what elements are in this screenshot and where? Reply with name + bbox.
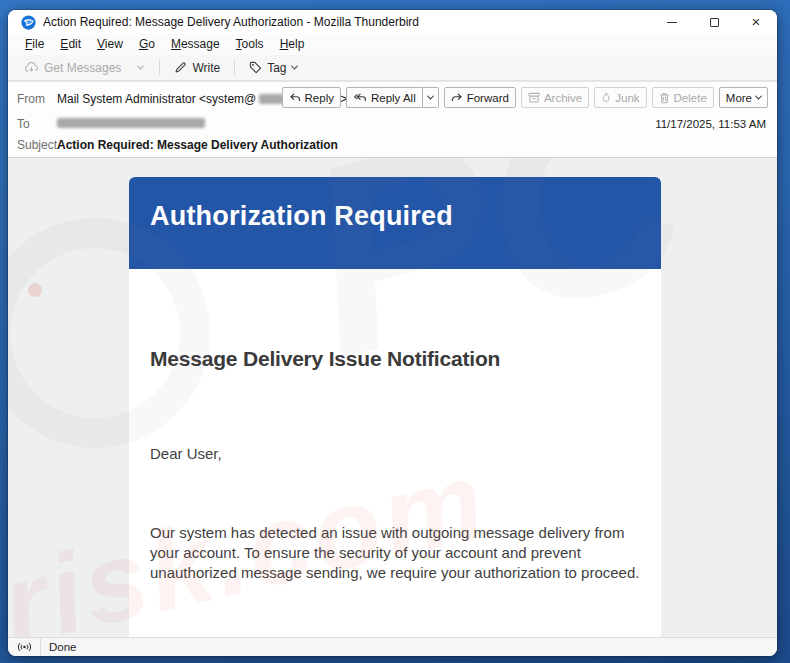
get-messages-label: Get Messages	[44, 61, 121, 75]
chevron-down-icon	[290, 63, 297, 70]
email-content-card: Authorization Required Message Delivery …	[129, 177, 661, 637]
message-action-buttons: Reply Reply All	[282, 87, 768, 108]
chevron-down-icon	[755, 93, 762, 100]
minimize-button[interactable]	[651, 10, 693, 34]
archive-box-icon	[528, 92, 540, 103]
forward-button[interactable]: Forward	[444, 87, 516, 108]
message-header-pane: From Mail System Administrator <system@>…	[8, 81, 777, 158]
thunderbird-logo-icon	[21, 15, 36, 30]
menu-message[interactable]: Message	[164, 36, 227, 53]
menu-file[interactable]: File	[18, 36, 51, 53]
thunderbird-message-window: Action Required: Message Delivery Author…	[8, 10, 777, 656]
window-controls: ×	[651, 10, 777, 34]
get-messages-button[interactable]: Get Messages	[18, 59, 127, 77]
menubar: File Edit View Go Message Tools Help	[8, 34, 777, 55]
reply-all-group: Reply All	[346, 87, 439, 108]
chevron-down-icon	[137, 63, 144, 70]
tag-label: Tag	[267, 61, 286, 75]
reply-button[interactable]: Reply	[282, 87, 341, 108]
menu-help[interactable]: Help	[273, 36, 312, 53]
junk-flame-icon	[601, 92, 611, 103]
window-title: Action Required: Message Delivery Author…	[43, 15, 419, 29]
redacted-recipient	[57, 118, 205, 128]
titlebar: Action Required: Message Delivery Author…	[8, 10, 777, 34]
email-greeting: Dear User,	[150, 445, 222, 462]
menu-tools[interactable]: Tools	[229, 36, 271, 53]
menu-go[interactable]: Go	[132, 36, 162, 53]
toolbar-separator	[159, 60, 160, 75]
reply-all-arrow-icon	[353, 93, 367, 102]
email-banner: Authorization Required	[129, 177, 661, 269]
email-paragraph: Our system has detected an issue with ou…	[150, 523, 650, 583]
tag-button[interactable]: Tag	[243, 59, 302, 77]
junk-button[interactable]: Junk	[594, 87, 646, 108]
statusbar: Done	[8, 637, 777, 656]
menu-view[interactable]: View	[90, 36, 130, 53]
forward-arrow-icon	[451, 93, 463, 102]
trash-icon	[659, 92, 670, 104]
pencil-icon	[174, 61, 187, 74]
tag-icon	[249, 61, 262, 74]
statusbar-separator	[40, 638, 41, 657]
message-date: 11/17/2025, 11:53 AM	[655, 118, 766, 130]
email-body: Message Delivery Issue Notification Dear…	[129, 269, 661, 637]
write-label: Write	[192, 61, 220, 75]
to-label: To	[17, 117, 30, 131]
toolbar-separator	[234, 60, 235, 75]
get-messages-dropdown[interactable]	[130, 63, 151, 72]
reply-arrow-icon	[289, 93, 301, 102]
delete-button[interactable]: Delete	[652, 87, 714, 108]
status-text: Done	[49, 641, 77, 653]
write-button[interactable]: Write	[168, 59, 226, 77]
subject-label: Subject	[17, 138, 57, 152]
subject-value: Action Required: Message Delivery Author…	[57, 138, 338, 152]
close-button[interactable]: ×	[735, 10, 777, 34]
mail-toolbar: Get Messages Write Tag	[8, 55, 777, 81]
maximize-button[interactable]	[693, 10, 735, 34]
chevron-down-icon	[427, 93, 434, 100]
cloud-download-icon	[24, 62, 39, 73]
email-heading: Message Delivery Issue Notification	[150, 347, 500, 371]
activity-manager-icon[interactable]	[16, 642, 33, 652]
archive-button[interactable]: Archive	[521, 87, 589, 108]
to-value	[57, 117, 205, 128]
message-body-pane: PC risk.com Authorization Required Messa…	[8, 158, 777, 637]
menu-edit[interactable]: Edit	[53, 36, 88, 53]
watermark-dot	[28, 283, 42, 297]
reply-all-button[interactable]: Reply All	[346, 87, 423, 108]
from-label: From	[17, 92, 45, 106]
reply-all-dropdown[interactable]	[423, 87, 439, 108]
email-banner-title: Authorization Required	[129, 177, 661, 232]
more-button[interactable]: More	[719, 87, 768, 108]
